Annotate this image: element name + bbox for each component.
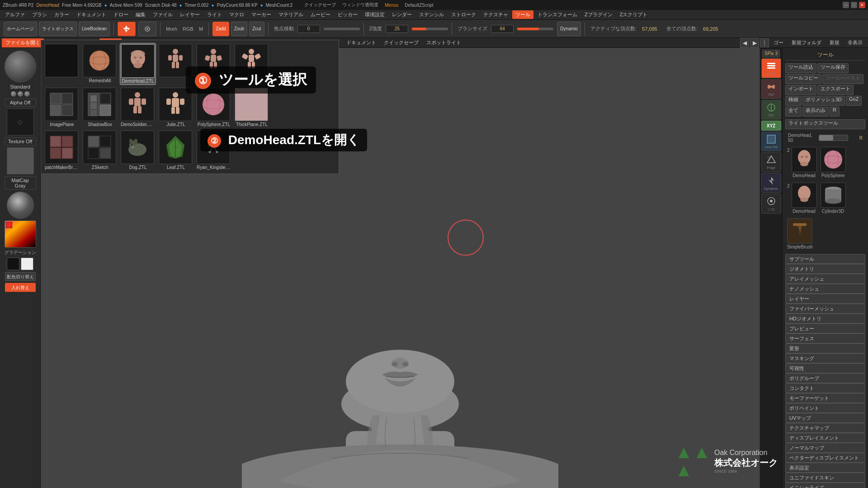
menu-tool[interactable]: ツール — [512, 10, 533, 19]
menu-subtool[interactable]: サブツール — [785, 254, 865, 264]
menu-masking[interactable]: マスキング — [785, 353, 865, 363]
tool-preview-simplebrush[interactable]: SimpleBrush — [787, 218, 813, 249]
menu-vectordisp[interactable]: ベクターディスプレイスメント — [785, 453, 865, 463]
lightbox-tools-button[interactable]: ライトボックスツール — [785, 119, 865, 129]
solo-button[interactable]: ソロ — [761, 194, 781, 214]
quick-save-label[interactable]: クイックセーブ — [304, 2, 336, 8]
nav-new-folder[interactable]: 新規フォルダ — [788, 38, 825, 47]
menu-unifiedskin[interactable]: ユニファイドスキン — [785, 473, 865, 483]
tool-item-remeshall[interactable]: RemeshAll — [82, 43, 118, 85]
subtab-spotlight[interactable]: スポットライト — [423, 38, 465, 47]
tool-707-button[interactable]: 707 — [761, 79, 781, 99]
menu-render[interactable]: レンダー — [389, 10, 415, 19]
minimize-button[interactable]: ─ — [843, 2, 849, 8]
tool-preview-polysphere[interactable]: PolySphere — [821, 147, 846, 178]
zsub-button[interactable]: Zsub — [231, 22, 247, 36]
polymesh3d-button[interactable]: ポリメッシュ3D — [802, 96, 845, 106]
polyf-button[interactable]: Polyf — [761, 152, 781, 172]
menu-stroke[interactable]: ストローク — [448, 10, 479, 19]
inspect-button[interactable]: 検細 — [785, 96, 802, 106]
zforce-input[interactable] — [386, 25, 408, 33]
tool-item-zsketch[interactable]: ZSketch — [82, 130, 118, 171]
spix-indicator[interactable]: SPix 3 — [762, 50, 780, 57]
tool-item-demohead[interactable]: DemoHead.ZTL — [120, 43, 156, 85]
tool-item-leaf[interactable]: Leaf.ZTL — [158, 130, 194, 171]
liveboolean-button[interactable]: LiveBoolean — [79, 22, 110, 36]
menu-color[interactable]: カラー — [51, 10, 72, 19]
menu-initialize[interactable]: イニシャライズ — [785, 483, 865, 488]
sym-button[interactable]: 707 — [761, 100, 781, 120]
menu-texturemap[interactable]: テクスチャマップ — [785, 423, 865, 433]
window-opacity-label[interactable]: ウィンドウ透明度 — [342, 2, 378, 8]
menu-stencil[interactable]: ステンシル — [416, 10, 447, 19]
menu-fibermesh[interactable]: ファイバーメッシュ — [785, 304, 865, 314]
window-controls[interactable]: ─ □ ✕ — [843, 2, 865, 8]
menu-document[interactable]: ドキュメント — [73, 10, 109, 19]
matcap-label[interactable]: MatCap Gray — [5, 176, 36, 190]
nav-new[interactable]: 新規 — [826, 38, 843, 47]
menu-polypaint[interactable]: ポリペイント — [785, 403, 865, 413]
texture-off-label[interactable]: Texture Off — [5, 137, 36, 145]
draw-mode-button[interactable] — [138, 22, 156, 36]
goz-button[interactable]: GoZ — [846, 96, 862, 106]
color-picker[interactable] — [5, 221, 36, 248]
menu-polygroup[interactable]: ポリグループ — [785, 373, 865, 383]
export-button[interactable]: エクスポート — [817, 85, 854, 95]
tool-copy-button[interactable]: ツールコピー — [785, 74, 821, 84]
subtab-open[interactable]: ファイルを開く — [2, 38, 44, 47]
menu-alpha[interactable]: アルファ — [2, 10, 28, 19]
menu-file[interactable]: ファイル — [150, 10, 176, 19]
r-button-r[interactable]: R — [830, 107, 840, 117]
menu-geometry[interactable]: ジオメトリ — [785, 264, 865, 274]
xyz-button[interactable]: XYZ — [761, 121, 781, 131]
brush-size-slider[interactable] — [517, 28, 553, 30]
edit-mode-button[interactable] — [118, 22, 136, 36]
menu-material[interactable]: マテリアル — [275, 10, 307, 19]
nav-go[interactable]: ゴー — [770, 38, 787, 47]
tool-preview-cylinder[interactable]: Cylinder3D — [821, 183, 846, 214]
brush-preview[interactable] — [5, 51, 36, 82]
replace-colors-button[interactable]: 配色切り替え — [5, 272, 36, 281]
linefill-button[interactable]: Line Fill — [761, 131, 781, 151]
menu-zplugin[interactable]: Zプラグイン — [581, 10, 616, 19]
tool-item-patchmaker[interactable]: patchMakerBrush — [44, 130, 80, 171]
menu-arraymesh[interactable]: アレイメッシュ — [785, 274, 865, 284]
maximize-button[interactable]: □ — [851, 2, 857, 8]
base-icon-button[interactable]: ベース — [761, 58, 781, 78]
menu-preferences[interactable]: 環境設定 — [362, 10, 388, 19]
menu-visibility[interactable]: 可視性 — [785, 363, 865, 373]
demohead-slider[interactable] — [819, 135, 849, 141]
dynamic-button[interactable]: Dynamic — [557, 22, 581, 36]
subtab-quicksave[interactable]: クイックセーブ — [380, 38, 422, 47]
import-button[interactable]: インポート — [785, 85, 816, 95]
alpha-off-label[interactable]: Alpha Off — [5, 99, 36, 107]
zforce-slider[interactable] — [412, 28, 448, 30]
tool-save-button[interactable]: ツール保存 — [817, 63, 849, 73]
menu-deformation[interactable]: 変形 — [785, 343, 865, 353]
tool-load-button[interactable]: ツール読込 — [785, 63, 816, 73]
black-swatch[interactable] — [7, 258, 19, 270]
menu-macro[interactable]: マクロ — [226, 10, 247, 19]
menu-morphtarget[interactable]: モーファーゲット — [785, 393, 865, 403]
dynamic-icon-button[interactable]: Dynamic — [761, 173, 781, 193]
white-swatch[interactable] — [21, 258, 33, 270]
tool-item-empty1[interactable] — [44, 43, 80, 85]
tool-item-dog[interactable]: Dog.ZTL — [120, 130, 156, 171]
tool-item-shadowbox[interactable]: ShadowBox — [82, 87, 118, 128]
menu-displacement[interactable]: ディスプレイスメント — [785, 433, 865, 443]
menu-uvmap[interactable]: UVマップ — [785, 413, 865, 423]
menu-edit[interactable]: 編集 — [132, 10, 149, 19]
menu-movie[interactable]: ムービー — [307, 10, 334, 19]
nav-hide[interactable]: 非表示 — [844, 38, 866, 47]
nav-options[interactable]: ⋮ — [760, 38, 769, 47]
menu-hdgeometry[interactable]: HDジオメトリ — [785, 314, 865, 324]
menu-zscript[interactable]: Zスクリプト — [617, 10, 651, 19]
tool-preview-demohead[interactable]: DemoHead — [792, 147, 817, 178]
menu-transform[interactable]: トランスフォーム — [534, 10, 580, 19]
matcap-sphere[interactable] — [7, 192, 34, 219]
focal-slider[interactable] — [324, 28, 360, 30]
menu-layer[interactable]: レイヤー — [785, 294, 865, 304]
menu-normalmap[interactable]: ノーマルマップ — [785, 443, 865, 453]
homepage-button[interactable]: ホームページ — [4, 22, 37, 36]
menu-displaysettings[interactable]: 表示設定 — [785, 463, 865, 473]
